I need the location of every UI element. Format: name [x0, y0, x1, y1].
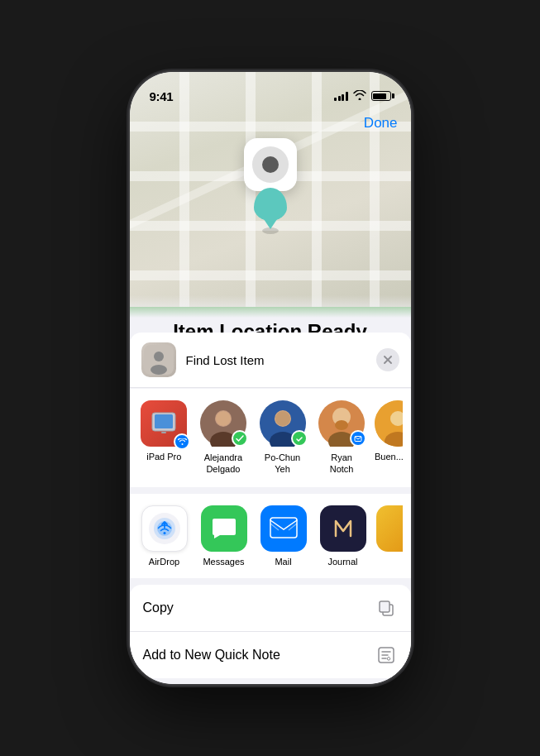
- alejandra-name: AlejandraDelgado: [204, 452, 242, 476]
- airdrop-label: AirDrop: [149, 557, 179, 567]
- contact-ipad-pro[interactable]: iPad Pro: [138, 400, 191, 462]
- svg-rect-29: [380, 601, 389, 612]
- svg-point-11: [216, 411, 231, 426]
- svg-point-19: [335, 420, 348, 430]
- phone-frame: 9:41: [130, 72, 411, 684]
- contact-pochun[interactable]: Po-ChunYeh: [256, 400, 309, 476]
- svg-point-1: [154, 352, 164, 361]
- messages-badge: [232, 430, 248, 447]
- copy-action[interactable]: Copy: [130, 585, 411, 632]
- quick-note-action[interactable]: Add to New Quick Note: [130, 632, 411, 678]
- contact-partial[interactable]: Buen...: [375, 400, 403, 462]
- pochun-avatar: [260, 400, 306, 447]
- partial-avatar: [375, 400, 403, 447]
- svg-point-15: [275, 411, 290, 426]
- ipad-pro-label: iPad Pro: [146, 452, 181, 462]
- app-airdrop[interactable]: AirDrop: [138, 505, 191, 567]
- share-title: Find Lost Item: [186, 353, 376, 367]
- apps-section: AirDrop Messages: [130, 494, 411, 578]
- app-messages[interactable]: Messages: [198, 505, 251, 567]
- battery-fill: [373, 93, 386, 99]
- road-v3: [312, 72, 322, 320]
- journal-icon: [320, 505, 366, 552]
- mail-badge-ryan: [350, 430, 366, 447]
- svg-rect-27: [270, 518, 297, 538]
- airdrop-icon: [141, 505, 188, 552]
- airtag-icon: [244, 138, 297, 191]
- ryan-avatar: [318, 400, 365, 447]
- svg-rect-6: [155, 414, 173, 428]
- more-icon-partial: [376, 505, 403, 552]
- road-h4: [130, 270, 411, 280]
- app-journal[interactable]: Journal: [317, 505, 370, 567]
- app-mail[interactable]: Mail: [257, 505, 310, 567]
- status-icons: [334, 90, 391, 103]
- actions-section: Copy Add to New Quick Note: [130, 585, 411, 678]
- quick-note-icon: [375, 644, 398, 667]
- copy-icon: [375, 596, 398, 620]
- partial-name: Buen...: [375, 452, 403, 462]
- close-button[interactable]: [376, 348, 399, 371]
- mail-icon: [260, 505, 307, 552]
- messages-label: Messages: [203, 557, 244, 567]
- ipad-pro-icon: [141, 400, 187, 447]
- ryan-name: RyanNotch: [330, 452, 354, 476]
- messages-badge-pochun: [291, 430, 308, 447]
- wifi-badge: [174, 433, 190, 450]
- battery-icon: [371, 91, 391, 101]
- quick-note-label: Add to New Quick Note: [143, 648, 280, 663]
- share-sheet: Find Lost Item: [130, 333, 411, 684]
- contact-ryan[interactable]: RyanNotch: [315, 400, 368, 476]
- contacts-row: iPad Pro: [138, 400, 403, 476]
- status-time: 9:41: [150, 89, 174, 103]
- journal-label: Journal: [327, 557, 357, 567]
- messages-icon: [201, 505, 247, 552]
- pin-dot: [254, 188, 287, 221]
- done-button[interactable]: Done: [364, 115, 398, 132]
- pochun-name: Po-ChunYeh: [265, 452, 300, 476]
- contacts-section: iPad Pro: [130, 389, 411, 487]
- signal-bars-icon: [334, 91, 348, 101]
- copy-label: Copy: [143, 600, 174, 615]
- status-bar: 9:41: [130, 72, 411, 108]
- svg-rect-7: [161, 432, 166, 433]
- airtag-pin: [244, 138, 297, 234]
- mail-label: Mail: [275, 557, 291, 567]
- phone-screen: 9:41: [130, 72, 411, 684]
- alejandra-avatar: [200, 400, 246, 447]
- app-more-partial[interactable]: [376, 505, 403, 557]
- apps-row: AirDrop Messages: [138, 505, 403, 567]
- contact-alejandra[interactable]: AlejandraDelgado: [197, 400, 250, 476]
- share-app-icon: [141, 342, 176, 377]
- svg-point-2: [151, 365, 167, 375]
- share-header: Find Lost Item: [130, 333, 411, 388]
- wifi-icon: [353, 90, 366, 103]
